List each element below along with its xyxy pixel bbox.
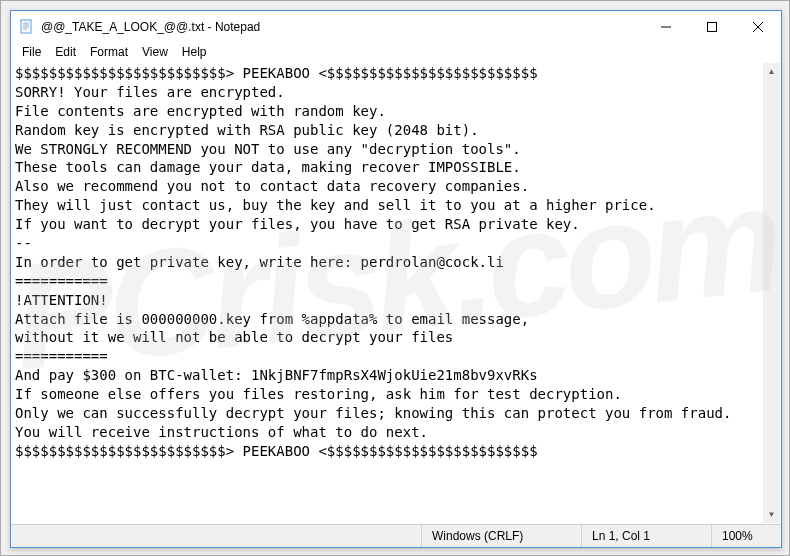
- svg-rect-0: [21, 20, 31, 33]
- titlebar: @@_TAKE_A_LOOK_@@.txt - Notepad: [11, 11, 781, 42]
- maximize-button[interactable]: [689, 11, 735, 42]
- menu-format[interactable]: Format: [83, 44, 135, 60]
- menu-edit[interactable]: Edit: [48, 44, 83, 60]
- menu-view[interactable]: View: [135, 44, 175, 60]
- status-encoding: Windows (CRLF): [421, 525, 581, 547]
- window-title: @@_TAKE_A_LOOK_@@.txt - Notepad: [41, 20, 643, 34]
- status-position: Ln 1, Col 1: [581, 525, 711, 547]
- notepad-window: @@_TAKE_A_LOOK_@@.txt - Notepad File Edi…: [10, 10, 782, 548]
- menubar: File Edit Format View Help: [11, 42, 781, 62]
- minimize-button[interactable]: [643, 11, 689, 42]
- vertical-scrollbar[interactable]: ▲ ▼: [763, 63, 780, 523]
- statusbar: Windows (CRLF) Ln 1, Col 1 100%: [11, 524, 781, 547]
- scroll-down-arrow-icon[interactable]: ▼: [763, 506, 780, 523]
- text-editor[interactable]: $$$$$$$$$$$$$$$$$$$$$$$$$> PEEKABOO <$$$…: [11, 62, 764, 524]
- menu-file[interactable]: File: [15, 44, 48, 60]
- svg-rect-6: [708, 22, 717, 31]
- scroll-up-arrow-icon[interactable]: ▲: [763, 63, 780, 80]
- close-button[interactable]: [735, 11, 781, 42]
- menu-help[interactable]: Help: [175, 44, 214, 60]
- window-controls: [643, 11, 781, 42]
- scroll-track[interactable]: [763, 80, 780, 506]
- status-zoom: 100%: [711, 525, 781, 547]
- notepad-icon: [19, 19, 35, 35]
